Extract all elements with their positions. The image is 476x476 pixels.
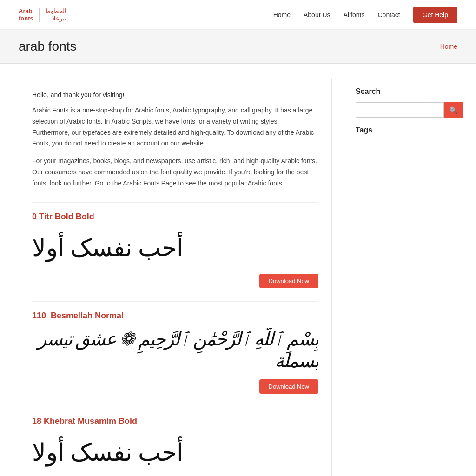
download-button-2[interactable]: Download Now	[259, 379, 318, 394]
font-name-3: 18 Khebrat Musamim Bold	[32, 416, 318, 426]
font-entry-3: 18 Khebrat Musamim Bold أحب نفسک أولا	[32, 407, 318, 471]
main-nav: Home About Us Allfonts Contact Get Help	[273, 7, 457, 23]
search-input[interactable]	[356, 102, 444, 118]
breadcrumb[interactable]: Home	[440, 43, 457, 50]
page-title: arab fonts	[19, 39, 77, 54]
get-help-button[interactable]: Get Help	[413, 7, 457, 23]
nav-contact[interactable]: Contact	[378, 11, 400, 19]
download-area-1: Download Now	[32, 274, 318, 288]
nav-about[interactable]: About Us	[304, 11, 331, 19]
logo-en: Arabfonts	[19, 7, 33, 22]
logo-divider	[39, 8, 40, 22]
font-preview-text-3: أحب نفسک أولا	[32, 438, 183, 466]
font-preview-1: أحب نفسک أولا	[32, 229, 318, 266]
font-name-2: 110_Besmellah Normal	[32, 311, 318, 321]
sidebar: Search 🔍 Tags	[346, 78, 457, 476]
download-area-2: Download Now	[32, 379, 318, 394]
download-button-1[interactable]: Download Now	[259, 274, 318, 288]
font-preview-2: بِسْمِ ٱللَّهِ ٱلرَّحْمَٰنِ ٱلرَّحِيمِ ❁…	[32, 328, 318, 372]
main-content: Hello, and thank you for visiting! Arabi…	[19, 78, 332, 476]
search-widget-title: Search	[356, 87, 448, 96]
logo[interactable]: Arabfonts الخطوطيبرعلا	[19, 7, 66, 22]
main-container: Hello, and thank you for visiting! Arabi…	[0, 64, 476, 476]
intro-para1: Arabic Fonts is a one-stop-shop for Arab…	[32, 105, 318, 149]
font-preview-text-2: بِسْمِ ٱللَّهِ ٱلرَّحْمَٰنِ ٱلرَّحِيمِ ❁…	[32, 328, 318, 372]
search-icon: 🔍	[450, 106, 457, 114]
search-button[interactable]: 🔍	[444, 102, 463, 118]
intro-greeting: Hello, and thank you for visiting!	[32, 91, 318, 99]
font-entry-2: 110_Besmellah Normal بِسْمِ ٱللَّهِ ٱلرَ…	[32, 301, 318, 394]
font-name-1: 0 Titr Bold Bold	[32, 212, 318, 222]
search-form: 🔍	[356, 102, 448, 118]
font-preview-3: أحب نفسک أولا	[32, 434, 318, 471]
nav-allfonts[interactable]: Allfonts	[344, 11, 365, 19]
logo-ar: الخطوطيبرعلا	[45, 7, 66, 22]
page-header-bar: arab fonts Home	[0, 30, 476, 64]
font-preview-text-1: أحب نفسک أولا	[32, 234, 183, 262]
font-entry-1: 0 Titr Bold Bold أحب نفسک أولا Download …	[32, 202, 318, 288]
site-header: Arabfonts الخطوطيبرعلا Home About Us All…	[0, 0, 476, 30]
tags-title: Tags	[356, 126, 448, 134]
intro-para2: For your magazines, books, blogs, and ne…	[32, 156, 318, 189]
nav-home[interactable]: Home	[273, 11, 291, 19]
search-widget: Search 🔍 Tags	[346, 78, 457, 144]
